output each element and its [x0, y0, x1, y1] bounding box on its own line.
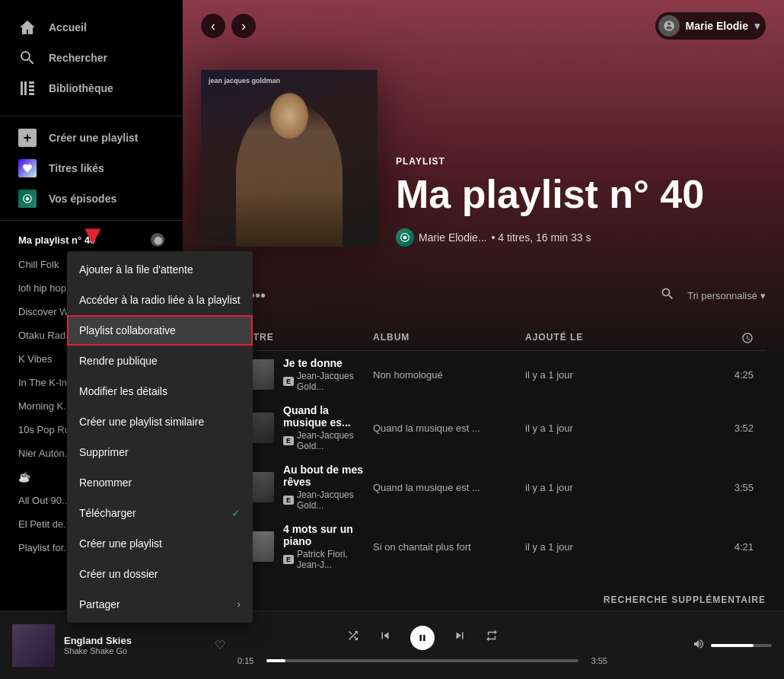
playlist-header: jean jacques goldman PLAYLIST Ma playlis…	[183, 52, 784, 265]
cover-image: jean jacques goldman	[201, 70, 378, 247]
menu-item-add-queue[interactable]: Ajouter à la file d'attente	[67, 254, 253, 285]
main-content: ‹ › Marie Elodie ▾ jean jacq	[183, 0, 784, 610]
menu-item-edit-details[interactable]: Modifier les détails	[67, 376, 253, 406]
playlist-dot: ⬤	[151, 233, 164, 247]
podcast-icon	[18, 190, 37, 208]
track-row[interactable]: 2 Quand la musique es... E Jean-Jacques …	[201, 398, 766, 457]
search-more-button[interactable]: RECHERCHE SUPPLÉMENTAIRE	[183, 576, 784, 610]
forward-button[interactable]: ›	[231, 14, 256, 38]
svg-point-7	[403, 236, 407, 240]
back-button[interactable]: ‹	[201, 14, 225, 38]
create-playlist-action[interactable]: + Créer une playlist	[0, 123, 183, 153]
nav-buttons: ‹ ›	[201, 14, 256, 38]
track-info: Au bout de mes rêves E Jean-Jacques Gold…	[244, 464, 373, 511]
author-avatar	[396, 228, 414, 247]
sort-button[interactable]: Tri personnalisé ▾	[687, 290, 766, 301]
sidebar-item-rechercher[interactable]: Rechercher	[0, 43, 183, 73]
menu-item-create-folder[interactable]: Créer un dossier	[67, 559, 253, 589]
progress-fill	[266, 659, 285, 662]
playlist-item-ma-playlist-40[interactable]: Ma playlist n° 40 ⬤	[0, 227, 183, 253]
podcasts-action[interactable]: Vos épisodes	[0, 183, 183, 214]
explicit-badge: E	[283, 377, 294, 386]
menu-item-share[interactable]: Partager ›	[67, 589, 253, 620]
track-row[interactable]: 1 Je te donne E Jean-Jacques Gold... Non…	[201, 351, 766, 398]
pause-button[interactable]	[410, 626, 435, 650]
menu-item-similar-playlist[interactable]: Créer une playlist similaire	[67, 406, 253, 437]
playlist-title: Ma playlist n° 40	[396, 173, 766, 216]
menu-item-go-radio[interactable]: Accéder à la radio liée à la playlist	[67, 285, 253, 315]
playlist-cover: jean jacques goldman	[201, 70, 378, 247]
svg-rect-2	[29, 81, 34, 84]
sort-arrow-icon: ▾	[760, 290, 766, 301]
track-info: Quand la musique es... E Jean-Jacques Go…	[244, 404, 373, 451]
svg-rect-0	[21, 81, 23, 95]
sidebar-item-accueil[interactable]: Accueil	[0, 12, 183, 43]
context-menu: Ajouter à la file d'attente Accéder à la…	[67, 251, 253, 623]
menu-item-download[interactable]: Télécharger ✓	[67, 498, 253, 528]
home-icon	[18, 18, 37, 37]
user-menu-button[interactable]: Marie Elodie ▾	[655, 12, 766, 40]
submenu-arrow-icon: ›	[237, 599, 241, 610]
menu-item-create-playlist[interactable]: Créer une playlist	[67, 528, 253, 559]
svg-rect-5	[29, 93, 34, 95]
playlist-meta: Marie Elodie... • 4 titres, 16 min 33 s	[396, 228, 766, 247]
menu-item-delete[interactable]: Supprimer	[67, 437, 253, 467]
svg-rect-1	[24, 81, 27, 95]
volume-slider[interactable]	[711, 644, 772, 647]
liked-songs-action[interactable]: Titres likés	[0, 153, 183, 183]
now-playing-info: England Skies Shake Shake Go	[64, 635, 206, 655]
svg-rect-3	[29, 85, 34, 88]
svg-rect-4	[29, 89, 34, 91]
sidebar-nav: Accueil Rechercher Bibliothèque	[0, 0, 183, 110]
playlist-author: Marie Elodie...	[419, 231, 486, 244]
player-controls: 0:15 3:55	[237, 626, 607, 665]
now-playing: England Skies Shake Shake Go ♡	[12, 624, 225, 667]
plus-icon: +	[18, 129, 37, 147]
heart-icon	[18, 159, 37, 177]
progress-track[interactable]	[266, 659, 578, 662]
track-row[interactable]: 3 Au bout de mes rêves E Jean-Jacques Go…	[201, 457, 766, 517]
volume-icon[interactable]	[693, 638, 705, 653]
cover-text: jean jacques goldman	[209, 76, 280, 86]
control-buttons	[346, 626, 499, 650]
playlist-type: PLAYLIST	[396, 156, 766, 167]
user-avatar	[658, 15, 680, 37]
like-button[interactable]: ♡	[215, 638, 225, 652]
explicit-badge: E	[283, 436, 294, 445]
track-row[interactable]: 4 4 mots sur un piano E Patrick Fiori, J…	[201, 517, 766, 576]
next-button[interactable]	[453, 629, 467, 646]
shuffle-button[interactable]	[346, 629, 360, 646]
repeat-button[interactable]	[485, 629, 499, 646]
explicit-badge: E	[283, 555, 294, 564]
menu-item-make-public[interactable]: Rendre publique	[67, 346, 253, 376]
now-playing-thumbnail	[12, 624, 55, 667]
dropdown-arrow-icon: ▾	[754, 20, 760, 32]
track-info: 4 mots sur un piano E Patrick Fiori, Jea…	[244, 523, 373, 570]
progress-bar[interactable]: 0:15 3:55	[237, 656, 607, 665]
search-icon	[18, 49, 37, 67]
track-info: Je te donne E Jean-Jacques Gold...	[244, 357, 373, 392]
volume-fill	[711, 644, 754, 647]
playlist-meta-info: • 4 titres, 16 min 33 s	[491, 231, 591, 244]
svg-point-6	[26, 197, 30, 201]
track-header: # TITRE ALBUM AJOUTÉ LE	[201, 326, 766, 351]
menu-item-collaborative[interactable]: Playlist collaborative	[67, 315, 253, 346]
playlist-controls: ••• Tri personnalisé ▾	[183, 265, 784, 326]
library-icon	[18, 79, 37, 97]
playlist-info: PLAYLIST Ma playlist n° 40 Marie Elodie.…	[396, 156, 766, 247]
sidebar-item-bibliotheque[interactable]: Bibliothèque	[0, 73, 183, 104]
check-icon: ✓	[231, 507, 241, 519]
search-tracks-button[interactable]	[660, 286, 675, 305]
player-right	[620, 638, 772, 653]
track-table: # TITRE ALBUM AJOUTÉ LE 1 Je te donne	[183, 326, 784, 576]
explicit-badge: E	[283, 496, 294, 505]
top-bar: ‹ › Marie Elodie ▾	[183, 0, 784, 52]
menu-item-rename[interactable]: Renommer	[67, 467, 253, 498]
previous-button[interactable]	[378, 629, 392, 646]
